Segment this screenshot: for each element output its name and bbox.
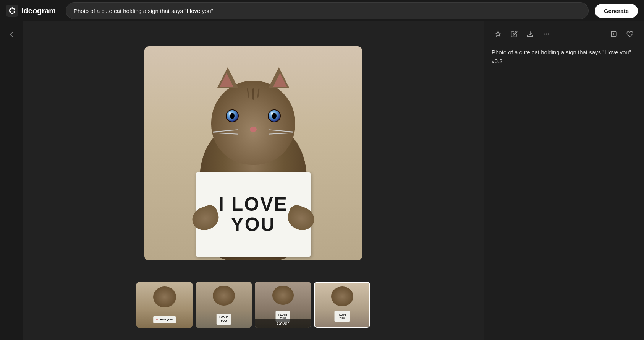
edit-button[interactable] xyxy=(508,28,521,41)
add-to-canvas-icon xyxy=(610,31,617,37)
thumbnail-strip: ♥ i love you! LOV EYOU xyxy=(29,279,477,334)
action-toolbar xyxy=(492,28,636,41)
more-icon xyxy=(543,31,550,37)
svg-point-6 xyxy=(9,11,11,13)
svg-point-4 xyxy=(14,11,15,13)
svg-point-9 xyxy=(544,34,545,35)
svg-rect-0 xyxy=(6,5,18,17)
main-layout: I LOVE YOU xyxy=(0,21,644,340)
like-button[interactable] xyxy=(623,28,636,41)
heart-icon xyxy=(626,31,633,37)
thumbnail-4[interactable]: I LOVEYOU xyxy=(314,282,370,328)
svg-point-5 xyxy=(11,13,13,14)
app-name: Ideogram xyxy=(21,7,56,15)
back-button[interactable] xyxy=(5,28,18,41)
image-section: I LOVE YOU xyxy=(23,21,644,340)
add-to-canvas-button[interactable] xyxy=(607,28,620,41)
svg-point-3 xyxy=(14,9,15,10)
thumbnail-1[interactable]: ♥ i love you! xyxy=(136,282,193,328)
svg-point-2 xyxy=(11,7,13,9)
sign-line2: YOU xyxy=(218,215,288,235)
generate-button[interactable]: Generate xyxy=(595,4,638,18)
main-image: I LOVE YOU xyxy=(144,46,362,260)
edit-icon xyxy=(511,31,518,37)
prompt-text: Photo of a cute cat holding a sign that … xyxy=(492,49,631,55)
pin-icon xyxy=(495,31,502,37)
svg-point-10 xyxy=(546,34,547,35)
content-area: I LOVE YOU xyxy=(23,21,644,340)
download-icon xyxy=(527,31,534,37)
download-button[interactable] xyxy=(524,28,537,41)
back-icon xyxy=(8,31,15,38)
svg-point-11 xyxy=(548,34,549,35)
logo-area: Ideogram xyxy=(6,5,60,17)
search-input[interactable] xyxy=(74,8,581,14)
prompt-section: Photo of a cute cat holding a sign that … xyxy=(492,48,636,65)
pin-button[interactable] xyxy=(492,28,505,41)
version-label: v0.2 xyxy=(492,58,502,64)
thumbnail-3[interactable]: I LOVEYOU Cover xyxy=(255,282,311,328)
header: Ideogram Generate xyxy=(0,0,644,21)
sign-line1: I LOVE xyxy=(218,194,288,215)
thumbnail-cover-label: Cover xyxy=(255,319,311,328)
svg-point-7 xyxy=(9,9,11,10)
ideogram-logo-icon xyxy=(6,5,18,17)
thumbnail-2[interactable]: LOV EYOU xyxy=(196,282,252,328)
search-bar[interactable] xyxy=(66,2,589,19)
more-button[interactable] xyxy=(540,28,553,41)
center-panel: I LOVE YOU xyxy=(23,21,484,340)
main-image-container: I LOVE YOU xyxy=(29,28,477,279)
left-sidebar xyxy=(0,21,23,340)
right-panel: Photo of a cute cat holding a sign that … xyxy=(484,21,644,340)
